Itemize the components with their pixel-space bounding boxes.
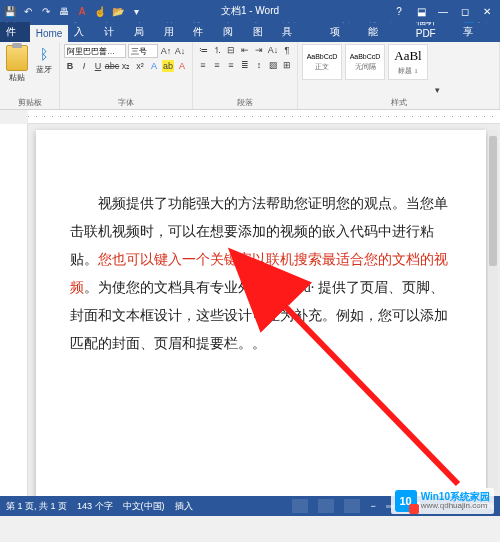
vertical-ruler[interactable] (0, 124, 28, 496)
superscript-button[interactable]: x² (134, 60, 146, 72)
help-icon[interactable]: ? (390, 6, 408, 17)
shrink-font-icon[interactable]: A↓ (174, 45, 186, 57)
numbering-icon[interactable]: ⒈ (211, 44, 223, 56)
style-no-spacing[interactable]: AaBbCcD 无间隔 (345, 44, 385, 80)
style-name: 正文 (315, 62, 329, 72)
print-layout-icon[interactable] (318, 499, 334, 513)
bold-button[interactable]: B (64, 60, 76, 72)
document-body-text[interactable]: 视频提供了功能强大的方法帮助您证明您的观点。当您单击联机视频时，可以在想要添加的… (70, 190, 452, 358)
ribbon-group-paragraph: ≔ ⒈ ⊟ ⇤ ⇥ A↓ ¶ ≡ ≡ ≡ ≣ ↕ ▨ ⊞ 段落 (193, 42, 298, 109)
redo-icon[interactable]: ↷ (40, 5, 52, 17)
strike-button[interactable]: abc (106, 60, 118, 72)
multilevel-icon[interactable]: ⊟ (225, 44, 237, 56)
open-icon[interactable]: 📂 (112, 5, 124, 17)
minimize-button[interactable]: — (434, 6, 452, 17)
ribbon-group-styles: AaBbCcD 正文 AaBbCcD 无间隔 AaBl 标题 1 ▾ 样式 (298, 42, 500, 109)
watermark-badge-icon: 10 (395, 490, 417, 512)
highlight-icon[interactable]: ab (162, 60, 174, 72)
tab-home[interactable]: Home (30, 25, 69, 42)
text-seg3: 。为使您的文档具有专业外观，Word· 提供了页眉、页脚、封面和文本框设计，这些… (70, 280, 448, 351)
undo-icon[interactable]: ↶ (22, 5, 34, 17)
status-insert-mode[interactable]: 插入 (175, 500, 193, 513)
show-marks-icon[interactable]: ¶ (281, 44, 293, 56)
status-language[interactable]: 中文(中国) (123, 500, 165, 513)
subscript-button[interactable]: x₂ (120, 60, 132, 72)
grow-font-icon[interactable]: A↑ (160, 45, 172, 57)
style-name: 无间隔 (355, 62, 376, 72)
page[interactable]: 视频提供了功能强大的方法帮助您证明您的观点。当您单击联机视频时，可以在想要添加的… (36, 130, 486, 496)
ribbon: 粘贴 ᛒ 蓝牙 剪贴板 A↑ A↓ B I U abc x₂ x² (0, 42, 500, 110)
maximize-button[interactable]: ◻ (456, 6, 474, 17)
web-layout-icon[interactable] (344, 499, 360, 513)
group-label-paragraph: 段落 (197, 96, 293, 108)
style-preview: AaBbCcD (307, 53, 338, 60)
ribbon-display-icon[interactable]: ⬓ (412, 6, 430, 17)
font-family-select[interactable] (64, 44, 126, 58)
group-label-styles: 样式 (302, 96, 495, 108)
watermark-url: www.qdhuajin.com (421, 502, 490, 511)
align-right-icon[interactable]: ≡ (225, 59, 237, 71)
style-normal[interactable]: AaBbCcD 正文 (302, 44, 342, 80)
borders-icon[interactable]: ⊞ (281, 59, 293, 71)
paste-icon (6, 45, 28, 71)
font-color-icon[interactable]: A (76, 5, 88, 17)
style-heading1[interactable]: AaBl 标题 1 (388, 44, 428, 80)
bluetooth-button[interactable]: ᛒ 蓝牙 (33, 44, 55, 76)
bullets-icon[interactable]: ≔ (197, 44, 209, 56)
paste-button[interactable]: 粘贴 (4, 44, 30, 84)
document-area: 视频提供了功能强大的方法帮助您证明您的观点。当您单击联机视频时，可以在想要添加的… (0, 124, 500, 496)
window-title: 文档1 - Word (221, 4, 279, 18)
close-button[interactable]: ✕ (478, 6, 496, 17)
ribbon-tabs: 文件 Home 插入 设计 布局 引用 邮件 审阅 视图 开发工具 加载项 特色… (0, 22, 500, 42)
window-controls: ? ⬓ — ◻ ✕ (390, 6, 496, 17)
zoom-out-button[interactable]: − (370, 501, 375, 511)
page-scroll[interactable]: 视频提供了功能强大的方法帮助您证明您的观点。当您单击联机视频时，可以在想要添加的… (28, 124, 500, 496)
style-preview: AaBbCcD (350, 53, 381, 60)
horizontal-ruler[interactable] (28, 110, 500, 124)
shading-icon[interactable]: ▨ (267, 59, 279, 71)
font-size-select[interactable] (128, 44, 158, 58)
title-bar: 💾 ↶ ↷ 🖶 A ☝ 📂 ▾ 文档1 - Word ? ⬓ — ◻ ✕ (0, 0, 500, 22)
text-effects-icon[interactable]: A (148, 60, 160, 72)
sort-icon[interactable]: A↓ (267, 44, 279, 56)
read-mode-icon[interactable] (292, 499, 308, 513)
decrease-indent-icon[interactable]: ⇤ (239, 44, 251, 56)
styles-more-icon[interactable]: ▾ (431, 84, 443, 96)
increase-indent-icon[interactable]: ⇥ (253, 44, 265, 56)
italic-button[interactable]: I (78, 60, 90, 72)
bluetooth-icon: ᛒ (35, 45, 53, 63)
vertical-scrollbar[interactable] (488, 130, 498, 490)
print-icon[interactable]: 🖶 (58, 5, 70, 17)
scrollbar-thumb[interactable] (489, 136, 497, 266)
group-label-clipboard: 剪贴板 (4, 96, 55, 108)
underline-button[interactable]: U (92, 60, 104, 72)
quick-access-toolbar: 💾 ↶ ↷ 🖶 A ☝ 📂 ▾ (4, 5, 142, 17)
ribbon-group-clipboard: 粘贴 ᛒ 蓝牙 剪贴板 (0, 42, 60, 109)
align-center-icon[interactable]: ≡ (211, 59, 223, 71)
customize-qa-icon[interactable]: ▾ (130, 5, 142, 17)
watermark: 10 Win10系统家园 www.qdhuajin.com (391, 488, 494, 514)
ribbon-group-font: A↑ A↓ B I U abc x₂ x² A ab A 字体 (60, 42, 193, 109)
style-name: 标题 1 (398, 66, 417, 76)
status-page[interactable]: 第 1 页, 共 1 页 (6, 500, 67, 513)
justify-icon[interactable]: ≣ (239, 59, 251, 71)
style-preview: AaBl (394, 48, 421, 64)
save-icon[interactable]: 💾 (4, 5, 16, 17)
touch-mode-icon[interactable]: ☝ (94, 5, 106, 17)
group-label-font: 字体 (64, 96, 188, 108)
line-spacing-icon[interactable]: ↕ (253, 59, 265, 71)
status-word-count[interactable]: 143 个字 (77, 500, 113, 513)
align-left-icon[interactable]: ≡ (197, 59, 209, 71)
font-color-button[interactable]: A (176, 60, 188, 72)
